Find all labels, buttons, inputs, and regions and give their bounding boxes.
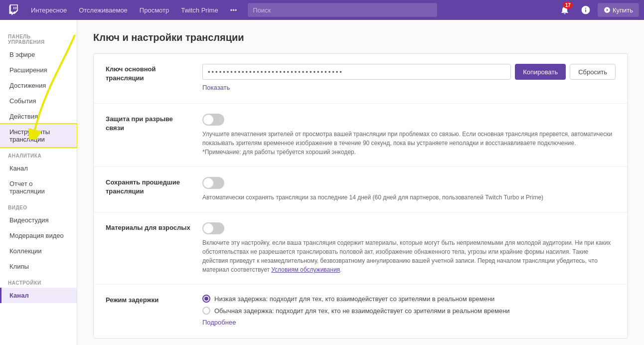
sidebar-item-analytics-channel[interactable]: Канал	[0, 161, 77, 176]
alerts-button[interactable]	[577, 1, 595, 19]
stream-key-content: Копировать Сбросить Показать	[202, 64, 616, 93]
notification-badge: 17	[563, 2, 573, 8]
sidebar-item-live[interactable]: В эфире	[0, 47, 77, 62]
latency-option-normal[interactable]: Обычная задержка: подходит для тех, кто …	[202, 307, 616, 315]
sidebar-item-stream-report[interactable]: Отчет о трансляции	[0, 176, 77, 199]
adult-content-label: Материалы для взрослых	[106, 223, 190, 232]
adult-content-text-main: Включите эту настройку, если ваша трансл…	[202, 239, 611, 273]
adult-content-description: Включите эту настройку, если ваша трансл…	[202, 238, 616, 274]
nav-right: 17 Купить	[556, 1, 639, 19]
connection-protection-toggle[interactable]	[202, 114, 224, 126]
connection-protection-toggle-group	[202, 114, 616, 126]
save-past-toggle[interactable]	[202, 177, 224, 189]
page-title: Ключ и настройки трансляции	[93, 32, 628, 43]
connection-protection-content: Улучшите впечатления зрителей от просмот…	[202, 114, 616, 157]
adult-content-row: Материалы для взрослых Включите эту наст…	[94, 212, 628, 285]
latency-low-label: Низкая задержка: подходит для тех, кто в…	[214, 295, 494, 303]
sidebar-section-dashboard: ПАНЕЛЬ УПРАВЛЕНИЯ	[0, 28, 77, 47]
settings-card: Ключ основной трансляции Копировать Сбро…	[93, 53, 628, 339]
adult-content-content: Включите эту настройку, если ваша трансл…	[202, 222, 616, 274]
latency-row: Режим задержки Низкая задержка: подходит…	[94, 285, 628, 338]
nav-browse[interactable]: Просмотр	[134, 0, 175, 20]
sidebar-item-video-moderation[interactable]: Модерация видео	[0, 228, 77, 243]
buy-button[interactable]: Купить	[598, 3, 639, 17]
stream-key-label-col: Ключ основной трансляции	[106, 64, 190, 83]
sidebar-item-extensions[interactable]: Расширения	[0, 62, 77, 78]
main-content: Ключ и настройки трансляции Ключ основно…	[77, 20, 644, 345]
search-input[interactable]	[248, 3, 437, 17]
copy-key-button[interactable]: Копировать	[515, 64, 566, 80]
connection-protection-label: Защита при разрыве связи	[106, 115, 190, 133]
latency-low-radio[interactable]	[202, 295, 210, 303]
latency-normal-label: Обычная задержка: подходит для тех, кто …	[214, 307, 510, 315]
save-past-description: Автоматически сохранять трансляции за по…	[202, 193, 616, 202]
latency-label: Режим задержки	[106, 296, 190, 305]
sidebar: ПАНЕЛЬ УПРАВЛЕНИЯ В эфире Расширения Дос…	[0, 20, 77, 345]
sidebar-item-clips[interactable]: Клипы	[0, 259, 77, 274]
sidebar-item-broadcast-tools[interactable]: Инструменты трансляции	[0, 124, 77, 147]
latency-normal-radio[interactable]	[202, 307, 210, 315]
connection-protection-description: Улучшите впечатления зрителей от просмот…	[202, 130, 616, 157]
connection-protection-label-col: Защита при разрыве связи	[106, 114, 190, 133]
search-container	[248, 3, 437, 17]
top-navigation: Интересное Отслеживаемое Просмотр Twitch…	[0, 0, 644, 20]
adult-content-text-end: .	[340, 266, 341, 273]
latency-content: Низкая задержка: подходит для тех, кто в…	[202, 295, 616, 328]
adult-content-label-col: Материалы для взрослых	[106, 222, 190, 232]
sidebar-item-events[interactable]: События	[0, 93, 77, 109]
sidebar-item-video-studio[interactable]: Видеостудия	[0, 212, 77, 228]
stream-key-row: Ключ основной трансляции Копировать Сбро…	[94, 54, 628, 104]
buy-label: Купить	[613, 6, 633, 14]
adult-content-toggle[interactable]	[202, 222, 224, 234]
nav-interesting[interactable]: Интересное	[25, 0, 73, 20]
save-past-content: Автоматически сохранять трансляции за по…	[202, 177, 616, 202]
main-layout: ПАНЕЛЬ УПРАВЛЕНИЯ В эфире Расширения Дос…	[0, 20, 644, 345]
latency-label-col: Режим задержки	[106, 295, 190, 305]
adult-content-tos-link[interactable]: Условиям обслуживания	[271, 266, 340, 273]
sidebar-item-settings-channel[interactable]: Канал	[0, 288, 77, 303]
sidebar-item-collections[interactable]: Коллекции	[0, 243, 77, 259]
stream-key-input[interactable]	[202, 64, 511, 80]
nav-more[interactable]: •••	[224, 0, 243, 20]
sidebar-section-settings: НАСТРОЙКИ	[0, 274, 77, 288]
stream-key-input-row: Копировать Сбросить	[202, 64, 616, 80]
sidebar-item-achievements[interactable]: Достижения	[0, 78, 77, 93]
notifications-button[interactable]: 17	[556, 1, 574, 19]
connection-protection-row: Защита при разрыве связи Улучшите впечат…	[94, 104, 628, 167]
save-past-row: Сохранять прошедшие трансляции Автоматич…	[94, 167, 628, 212]
save-past-toggle-group	[202, 177, 616, 189]
adult-content-toggle-group	[202, 222, 616, 234]
nav-following[interactable]: Отслеживаемое	[73, 0, 134, 20]
stream-key-label: Ключ основной трансляции	[106, 65, 190, 83]
latency-more-link[interactable]: Подробнее	[202, 317, 236, 328]
nav-prime[interactable]: Twitch Prime	[175, 0, 224, 20]
twitch-logo[interactable]	[5, 0, 23, 20]
save-past-label-col: Сохранять прошедшие трансляции	[106, 177, 190, 196]
save-past-label: Сохранять прошедшие трансляции	[106, 178, 190, 196]
show-key-button[interactable]: Показать	[202, 82, 230, 93]
sidebar-section-video: ВИДЕО	[0, 199, 77, 212]
latency-radio-group: Низкая задержка: подходит для тех, кто в…	[202, 295, 616, 315]
sidebar-item-actions[interactable]: Действия	[0, 109, 77, 124]
sidebar-section-analytics: АНАЛИТИКА	[0, 147, 77, 161]
reset-key-button[interactable]: Сбросить	[570, 64, 616, 80]
latency-option-low[interactable]: Низкая задержка: подходит для тех, кто в…	[202, 295, 616, 303]
